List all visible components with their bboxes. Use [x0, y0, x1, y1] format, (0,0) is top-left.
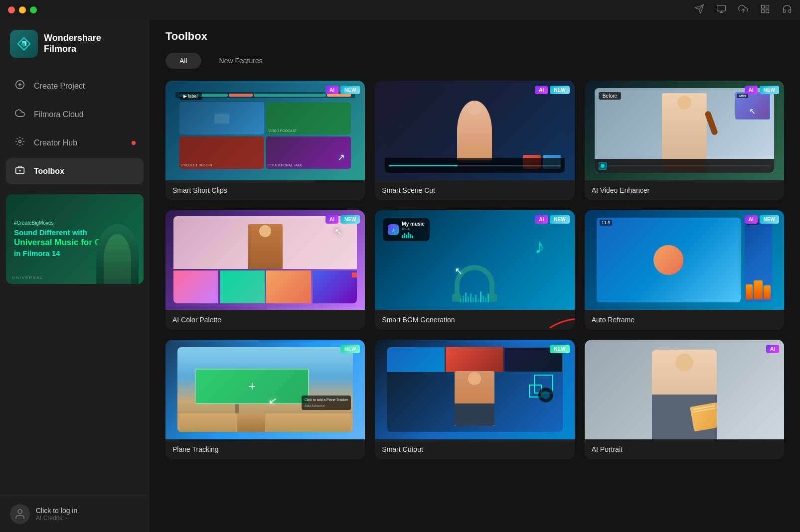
- tool-card-title: Auto Reframe: [585, 310, 784, 330]
- sidebar-banner[interactable]: #CreateBigMoves Sound Different with Uni…: [6, 194, 144, 284]
- badges: AI NEW: [745, 86, 779, 94]
- svg-rect-9: [762, 9, 765, 12]
- badge-new: NEW: [340, 345, 360, 353]
- tool-card-smart-bgm[interactable]: AI NEW ♪ My music 0:24: [375, 210, 574, 330]
- tool-card-ai-portrait[interactable]: AI: [585, 340, 784, 459]
- sidebar-nav: Create Project Filmora Cloud Creator Hub…: [0, 73, 150, 184]
- tool-card-auto-reframe[interactable]: AI NEW 11:9: [585, 210, 784, 330]
- badge-ai: AI: [325, 215, 338, 224]
- creator-hub-icon: [14, 136, 26, 149]
- app-name-line1: Wondershare: [44, 33, 101, 44]
- universal-logo-text: UNIVERSAL: [12, 275, 43, 280]
- sidebar-item-creator-hub[interactable]: Creator Hub: [6, 130, 144, 156]
- sidebar-item-toolbox[interactable]: Toolbox: [6, 158, 144, 184]
- tool-card-smart-cutout[interactable]: NEW: [375, 340, 574, 459]
- tool-card-title: Smart Short Clips: [165, 180, 365, 200]
- tool-card-title: Smart Scene Cut: [375, 180, 574, 200]
- tool-card-ai-video-enhancer[interactable]: AI NEW: [585, 81, 784, 200]
- tool-card-title: Smart Cutout: [375, 439, 574, 459]
- sidebar: Wondershare Filmora Create Project Filmo…: [0, 0, 150, 532]
- card-visual: [375, 340, 574, 439]
- badge-new: NEW: [760, 215, 779, 224]
- app-logo: Wondershare Filmora: [0, 20, 150, 73]
- tool-card-ai-color-palette[interactable]: AI NEW ↖: [165, 210, 365, 330]
- sidebar-item-label-hub: Creator Hub: [34, 138, 77, 147]
- badges: NEW: [340, 345, 360, 353]
- badge-new: NEW: [550, 86, 569, 94]
- svg-rect-7: [766, 5, 769, 8]
- main-header: Toolbox All New Features: [150, 20, 800, 81]
- badges: NEW: [550, 345, 569, 353]
- tool-card-plane-tracking[interactable]: NEW +: [165, 340, 365, 459]
- tool-card-title: AI Video Enhancer: [585, 180, 784, 200]
- tool-card-image: AI NEW ♪ My music 0:24: [375, 210, 574, 310]
- headphones-icon[interactable]: [782, 4, 792, 16]
- tab-all[interactable]: All: [165, 53, 201, 69]
- cloud-upload-icon[interactable]: [738, 4, 748, 16]
- avatar: [10, 504, 30, 524]
- create-project-icon: [14, 80, 26, 92]
- music-card-time: 0:24: [402, 227, 425, 231]
- tool-card-title: AI Color Palette: [165, 310, 365, 330]
- tool-card-image: AI NEW ↖: [165, 210, 365, 310]
- sidebar-item-label-toolbox: Toolbox: [34, 167, 64, 176]
- clip-label-text: ▶ label: [183, 94, 198, 99]
- badge-ai: AI: [325, 86, 338, 94]
- tool-card-image: NEW: [375, 340, 574, 439]
- badge-new: NEW: [550, 345, 569, 353]
- badge-ai: AI: [745, 215, 758, 224]
- card-visual: Before After ↖: [585, 81, 784, 180]
- svg-rect-8: [766, 9, 769, 12]
- grid-icon[interactable]: [760, 4, 770, 16]
- music-card-title: My music: [402, 221, 425, 227]
- banner-decoration: [89, 194, 144, 284]
- sidebar-item-label-cloud: Filmora Cloud: [34, 110, 84, 119]
- badge-new: NEW: [340, 86, 360, 94]
- close-button[interactable]: [8, 6, 15, 13]
- tool-card-image: AI NEW: [375, 81, 574, 180]
- card-visual: ↖: [165, 210, 365, 310]
- badges: AI NEW: [325, 215, 360, 224]
- tool-card-title: Plane Tracking: [165, 439, 365, 459]
- tool-card-image: AI NEW 11:9: [585, 210, 784, 310]
- tool-card-smart-scene-cut[interactable]: AI NEW: [375, 81, 574, 200]
- sidebar-item-label-create: Create Project: [34, 82, 85, 91]
- tool-card-image: AI NEW ▶ label: [165, 81, 365, 180]
- sidebar-item-create-project[interactable]: Create Project: [6, 73, 144, 99]
- send-icon[interactable]: [694, 4, 704, 16]
- badge-ai: AI: [535, 86, 548, 94]
- svg-rect-6: [762, 5, 765, 8]
- login-label: Click to log in: [36, 507, 77, 515]
- card-visual: ▶ label: [165, 81, 365, 180]
- tool-card-title: Smart BGM Generation: [375, 310, 574, 330]
- page-title: Toolbox: [165, 30, 784, 43]
- user-area[interactable]: Click to log in AI Credits: -: [0, 496, 150, 532]
- svg-point-13: [19, 140, 21, 143]
- card-visual: 11:9 9:16: [585, 210, 784, 310]
- badge-ai: AI: [745, 86, 758, 94]
- monitor-icon[interactable]: [716, 4, 726, 16]
- title-bar: [0, 0, 800, 20]
- badges: AI NEW: [325, 86, 360, 94]
- badge-new: NEW: [550, 215, 569, 224]
- notification-dot: [132, 141, 136, 145]
- tool-card-image: AI NEW: [585, 81, 784, 180]
- badges: AI NEW: [535, 215, 569, 224]
- tool-card-image: AI: [585, 340, 784, 439]
- credits-label: AI Credits: -: [36, 515, 77, 522]
- after-label: After: [737, 94, 748, 98]
- tab-new-features[interactable]: New Features: [205, 53, 277, 69]
- tool-card-smart-short-clips[interactable]: AI NEW ▶ label: [165, 81, 365, 200]
- logo-icon: [10, 30, 38, 58]
- minimize-button[interactable]: [19, 6, 26, 13]
- badge-ai: AI: [535, 215, 548, 224]
- badge-ai: AI: [766, 345, 779, 353]
- svg-rect-2: [717, 5, 726, 11]
- traffic-lights: [8, 6, 37, 13]
- tool-card-image: NEW +: [165, 340, 365, 439]
- maximize-button[interactable]: [30, 6, 37, 13]
- main-content: Toolbox All New Features AI NEW ▶ label: [150, 0, 800, 532]
- sidebar-item-filmora-cloud[interactable]: Filmora Cloud: [6, 101, 144, 128]
- card-visual: ♪ My music 0:24: [375, 210, 574, 310]
- tools-grid: AI NEW ▶ label: [150, 81, 800, 532]
